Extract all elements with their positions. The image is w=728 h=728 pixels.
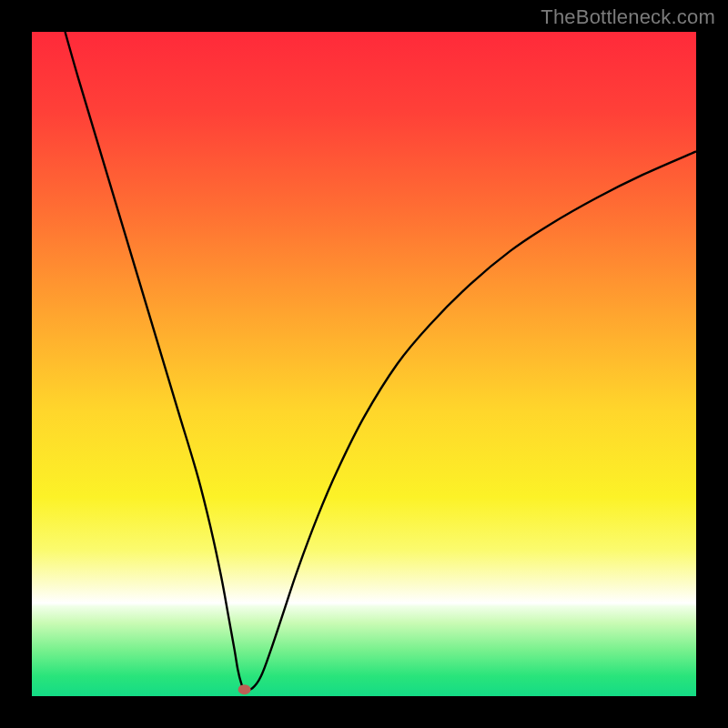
plot-area — [32, 32, 696, 696]
chart-svg — [32, 32, 696, 696]
watermark-text: TheBottleneck.com — [541, 5, 715, 29]
gradient-background — [32, 32, 696, 696]
optimal-point-marker — [238, 684, 251, 694]
chart-frame: TheBottleneck.com — [0, 0, 728, 728]
